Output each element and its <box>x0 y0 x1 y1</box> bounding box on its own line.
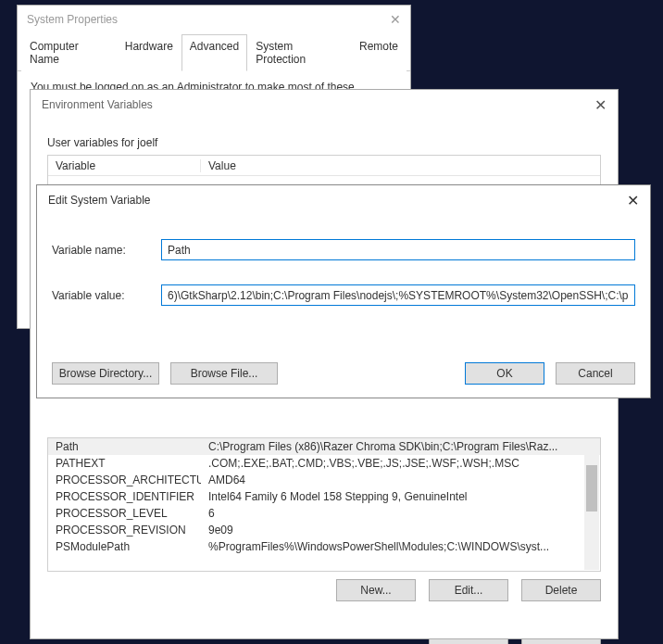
scrollbar-thumb[interactable] <box>586 465 597 511</box>
envvars-title: Environment Variables <box>42 98 153 111</box>
editvar-titlebar: Edit System Variable ✕ <box>37 185 650 215</box>
cell-variable: PROCESSOR_LEVEL <box>48 507 201 520</box>
cell-value: 9e09 <box>201 524 600 537</box>
variable-name-label: Variable name: <box>52 244 161 257</box>
cell-value: C:\Program Files (x86)\Razer Chroma SDK\… <box>201 440 600 453</box>
cell-variable: PROCESSOR_REVISION <box>48 524 201 537</box>
tab-label: Remote <box>359 40 398 53</box>
column-value[interactable]: Value <box>201 159 600 172</box>
sysprops-titlebar: System Properties ✕ <box>18 6 410 33</box>
sysprops-title: System Properties <box>27 13 118 26</box>
table-row[interactable]: PSModulePath %ProgramFiles%\WindowsPower… <box>48 538 600 555</box>
editvar-form: Variable name: Variable value: <box>37 215 650 306</box>
ok-button[interactable]: OK <box>465 362 544 385</box>
user-vars-header: Variable Value <box>48 156 600 176</box>
scrollbar[interactable] <box>584 439 599 570</box>
cell-variable: PSModulePath <box>48 540 201 553</box>
user-vars-section-label: User variables for joelf <box>47 127 601 155</box>
tab-label: System Protection <box>256 40 306 66</box>
system-vars-listbox[interactable]: Path C:\Program Files (x86)\Razer Chroma… <box>47 437 601 572</box>
edit-system-variable-dialog: Edit System Variable ✕ Variable name: Va… <box>36 184 651 398</box>
close-icon[interactable]: ✕ <box>594 96 607 114</box>
cell-value: 6 <box>201 507 600 520</box>
sysprops-tabs: Computer Name Hardware Advanced System P… <box>18 33 410 71</box>
cell-value: Intel64 Family 6 Model 158 Stepping 9, G… <box>201 490 600 503</box>
close-icon[interactable]: ✕ <box>627 192 639 209</box>
table-row[interactable]: PROCESSOR_LEVEL 6 <box>48 505 600 522</box>
cell-value: %ProgramFiles%\WindowsPowerShell\Modules… <box>201 540 600 553</box>
cell-variable: Path <box>48 440 201 453</box>
editvar-left-buttons: Browse Directory... Browse File... <box>52 362 278 385</box>
cell-variable: PATHEXT <box>48 457 201 470</box>
tab-hardware[interactable]: Hardware <box>117 34 181 71</box>
variable-name-row: Variable name: <box>52 239 635 260</box>
variable-value-input[interactable] <box>161 284 635 306</box>
variable-value-label: Variable value: <box>52 289 161 302</box>
new-button[interactable]: New... <box>336 579 416 601</box>
tab-label: Advanced <box>190 40 239 53</box>
envvars-titlebar: Environment Variables ✕ <box>31 90 618 120</box>
tab-label: Computer Name <box>30 40 79 66</box>
tab-advanced[interactable]: Advanced <box>181 34 247 71</box>
envvars-dialog-buttons: OK Cancel <box>429 638 601 644</box>
cell-variable: PROCESSOR_ARCHITECTURE <box>48 474 201 486</box>
delete-button[interactable]: Delete <box>521 579 601 601</box>
editvar-title: Edit System Variable <box>48 194 151 207</box>
browse-directory-button[interactable]: Browse Directory... <box>52 362 159 385</box>
table-row[interactable]: PROCESSOR_ARCHITECTURE AMD64 <box>48 472 600 488</box>
tab-remote[interactable]: Remote <box>351 34 407 71</box>
table-row[interactable]: PATHEXT .COM;.EXE;.BAT;.CMD;.VBS;.VBE;.J… <box>48 455 600 472</box>
close-icon[interactable]: ✕ <box>390 12 401 27</box>
table-row[interactable]: PROCESSOR_REVISION 9e09 <box>48 522 600 538</box>
variable-value-row: Variable value: <box>52 284 635 306</box>
ok-button[interactable]: OK <box>429 638 508 644</box>
cancel-button[interactable]: Cancel <box>556 362 635 385</box>
browse-file-button[interactable]: Browse File... <box>170 362 278 385</box>
tab-system-protection[interactable]: System Protection <box>247 34 351 71</box>
tab-label: Hardware <box>125 40 173 53</box>
table-row[interactable]: PROCESSOR_IDENTIFIER Intel64 Family 6 Mo… <box>48 488 600 505</box>
cell-value: .COM;.EXE;.BAT;.CMD;.VBS;.VBE;.JS;.JSE;.… <box>201 457 600 470</box>
variable-name-input[interactable] <box>161 239 635 260</box>
column-variable[interactable]: Variable <box>48 159 201 172</box>
table-row[interactable]: Path C:\Program Files (x86)\Razer Chroma… <box>48 438 600 455</box>
editvar-right-buttons: OK Cancel <box>465 362 635 385</box>
cell-value: AMD64 <box>201 474 600 486</box>
edit-button[interactable]: Edit... <box>429 579 508 601</box>
editvar-buttons: Browse Directory... Browse File... OK Ca… <box>52 362 635 385</box>
cancel-button[interactable]: Cancel <box>521 638 601 644</box>
system-vars-buttons: New... Edit... Delete <box>336 579 601 601</box>
cell-variable: PROCESSOR_IDENTIFIER <box>48 490 201 503</box>
tab-computer-name[interactable]: Computer Name <box>21 34 117 71</box>
